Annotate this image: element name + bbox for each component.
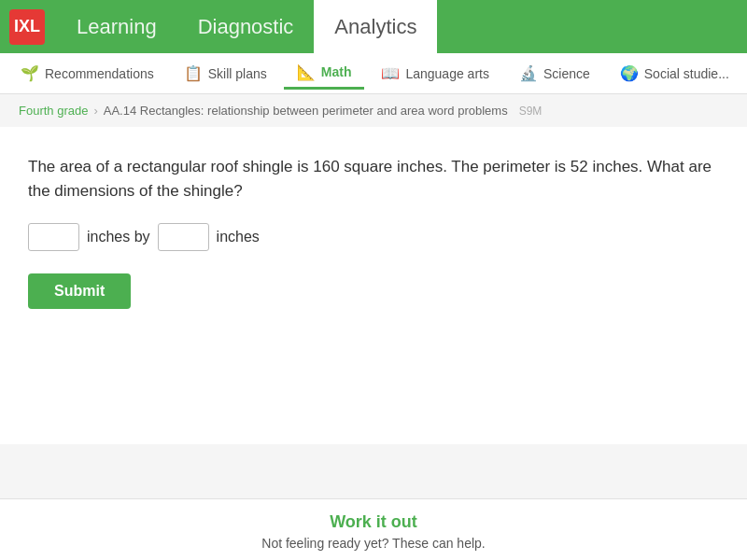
nav-analytics[interactable]: Analytics — [314, 0, 437, 53]
between-label: inches by — [87, 229, 150, 245]
sub-navigation: 🌱 Recommendations 📋 Skill plans 📐 Math 📖… — [0, 53, 747, 94]
subnav-skill-plans-label: Skill plans — [208, 66, 267, 81]
question-text: The area of a rectangular roof shingle i… — [28, 155, 719, 203]
subnav-skill-plans[interactable]: 📋 Skill plans — [171, 59, 280, 88]
breadcrumb-grade[interactable]: Fourth grade — [19, 104, 88, 118]
subnav-social-studies-label: Social studie... — [644, 66, 729, 81]
top-navigation: IXL Learning Diagnostic Analytics — [0, 0, 747, 53]
subnav-language-arts[interactable]: 📖 Language arts — [368, 59, 502, 88]
skill-plans-icon: 📋 — [184, 64, 203, 82]
subnav-recommendations-label: Recommendations — [45, 66, 154, 81]
work-it-out-title: Work it out — [28, 512, 719, 532]
main-content: The area of a rectangular roof shingle i… — [0, 127, 747, 444]
subnav-recommendations[interactable]: 🌱 Recommendations — [7, 59, 167, 88]
breadcrumb-separator: › — [93, 104, 97, 118]
nav-learning[interactable]: Learning — [56, 0, 177, 53]
social-studies-icon: 🌍 — [620, 64, 639, 82]
nav-diagnostic[interactable]: Diagnostic — [177, 0, 315, 53]
breadcrumb-code: S9M — [519, 105, 543, 118]
answer-row: inches by inches — [28, 223, 719, 251]
subnav-social-studies[interactable]: 🌍 Social studie... — [607, 59, 742, 88]
breadcrumb: Fourth grade › AA.14 Rectangles: relatio… — [0, 94, 747, 127]
top-nav-links: Learning Diagnostic Analytics — [56, 0, 437, 53]
breadcrumb-current: AA.14 Rectangles: relationship between p… — [104, 104, 508, 118]
language-arts-icon: 📖 — [381, 64, 400, 82]
subnav-math-label: Math — [321, 64, 352, 79]
subnav-science-label: Science — [543, 66, 590, 81]
after-label: inches — [217, 229, 260, 245]
logo: IXL — [9, 9, 45, 45]
work-it-out-subtitle: Not feeling ready yet? These can help. — [28, 536, 719, 551]
science-icon: 🔬 — [519, 64, 538, 82]
subnav-math[interactable]: 📐 Math — [284, 58, 365, 90]
subnav-science[interactable]: 🔬 Science — [506, 59, 603, 88]
recommendations-icon: 🌱 — [21, 64, 39, 82]
math-icon: 📐 — [297, 63, 316, 81]
dimension2-input[interactable] — [158, 223, 209, 251]
dimension1-input[interactable] — [28, 223, 79, 251]
subnav-language-arts-label: Language arts — [405, 66, 489, 81]
bottom-section: Work it out Not feeling ready yet? These… — [0, 498, 747, 560]
submit-button[interactable]: Submit — [28, 273, 131, 309]
